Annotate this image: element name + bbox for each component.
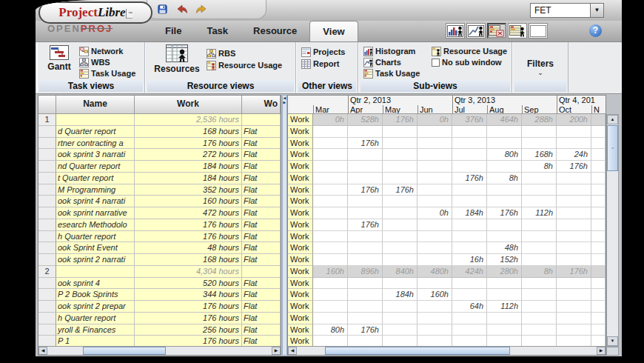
work-value-cell[interactable] — [591, 184, 606, 196]
work-value-cell[interactable] — [591, 161, 606, 173]
work-value-cell[interactable] — [348, 231, 383, 243]
work-value-cell[interactable] — [522, 254, 557, 266]
usage-row[interactable]: Work — [288, 278, 606, 290]
work-value-cell[interactable]: 176h — [557, 161, 591, 173]
work-value-cell[interactable] — [557, 301, 591, 313]
work-value-cell[interactable]: 8h — [487, 173, 522, 184]
task-work-cell[interactable]: 256 hours — [135, 324, 242, 336]
work-value-cell[interactable] — [452, 313, 487, 324]
work-value-cell[interactable] — [452, 242, 487, 254]
work-value-cell[interactable] — [522, 242, 557, 254]
work-value-cell[interactable]: 176h — [348, 219, 383, 231]
scroll-up-icon[interactable]: ▲ — [607, 115, 618, 124]
usage-row[interactable]: Work — [288, 196, 606, 207]
task-row[interactable]: yroll & Finances256 hoursFlat — [38, 324, 281, 336]
task-cont-cell[interactable]: Flat — [242, 289, 281, 301]
work-value-cell[interactable]: 64h — [452, 301, 487, 313]
work-value-cell[interactable] — [557, 138, 591, 150]
task-work-cell[interactable]: 4,304 hours — [135, 266, 242, 278]
work-value-cell[interactable] — [487, 313, 522, 324]
task-row[interactable]: nd Quarter report184 hoursFlat — [38, 161, 281, 173]
task-name-cell[interactable]: t Quarter report — [56, 173, 135, 184]
work-value-cell[interactable]: 464h — [487, 114, 522, 126]
gantt-button[interactable]: Gantt — [42, 45, 76, 72]
work-value-cell[interactable]: 184h — [383, 289, 417, 301]
work-value-cell[interactable] — [591, 289, 606, 301]
work-value-cell[interactable]: 0h — [313, 114, 348, 126]
work-value-cell[interactable] — [557, 278, 591, 290]
work-value-cell[interactable] — [383, 254, 417, 266]
task-name-cell[interactable]: d Quarter report — [56, 126, 135, 138]
work-value-cell[interactable] — [522, 196, 557, 207]
work-value-cell[interactable] — [557, 207, 591, 219]
undo-button[interactable] — [175, 3, 188, 16]
task-row[interactable]: t Quarter report184 hoursFlat — [38, 173, 281, 184]
work-value-cell[interactable] — [313, 184, 348, 196]
task-work-cell[interactable]: 520 hours — [135, 278, 242, 290]
scroll-thumb[interactable] — [83, 347, 166, 355]
work-value-cell[interactable] — [522, 289, 557, 301]
work-value-cell[interactable] — [348, 126, 383, 138]
task-row[interactable]: esearch Methodolo176 hoursFlat — [38, 219, 281, 231]
work-value-cell[interactable] — [487, 278, 522, 290]
tab-view[interactable]: View — [309, 21, 358, 41]
work-value-cell[interactable] — [557, 184, 591, 196]
pane-splitter[interactable]: ◀ ▶ — [282, 95, 287, 356]
task-cont-cell[interactable]: Flat — [242, 254, 281, 266]
usage-row[interactable]: Work0h528h176h0h376h464h288h200h — [288, 114, 606, 126]
work-value-cell[interactable]: 168h — [522, 149, 557, 161]
work-value-cell[interactable] — [383, 196, 417, 207]
no-sub-window-checkbox[interactable]: No sub window — [432, 57, 502, 67]
task-name-cell[interactable]: yroll & Finances — [56, 324, 135, 336]
report-button[interactable]: Report — [301, 59, 339, 69]
task-name-cell[interactable]: ook sprint 3 narrati — [56, 149, 135, 161]
histogram-sub-button[interactable]: Histogram — [363, 46, 415, 56]
usage-grid-vscrollbar[interactable]: ▲ = ▼ — [606, 114, 619, 347]
task-usage-button[interactable]: Task Usage — [79, 68, 135, 79]
task-work-cell[interactable]: 344 hours — [135, 289, 242, 301]
work-value-cell[interactable]: 8h — [522, 161, 557, 173]
work-value-cell[interactable] — [452, 278, 487, 290]
task-name-cell[interactable]: nd Quarter report — [56, 161, 135, 173]
usage-row[interactable]: Work176h — [288, 138, 606, 150]
task-work-cell[interactable]: 184 hours — [135, 161, 242, 173]
checkbox-icon[interactable] — [432, 59, 440, 67]
work-value-cell[interactable]: 480h — [417, 266, 452, 278]
work-value-cell[interactable] — [591, 313, 606, 324]
usage-row[interactable]: Work176h8h — [288, 173, 606, 184]
task-work-cell[interactable]: 176 hours — [135, 301, 242, 313]
task-cont-cell[interactable]: Flat — [242, 184, 281, 196]
work-value-cell[interactable] — [313, 219, 348, 231]
work-value-cell[interactable] — [417, 184, 452, 196]
work-value-cell[interactable]: 160h — [313, 266, 348, 278]
work-value-cell[interactable] — [557, 242, 591, 254]
work-value-cell[interactable] — [313, 254, 348, 266]
chevron-down-icon[interactable]: ▼ — [590, 4, 603, 17]
work-value-cell[interactable] — [383, 313, 417, 324]
task-cont-cell[interactable]: Flat — [242, 231, 281, 243]
work-value-cell[interactable] — [417, 313, 452, 324]
work-value-cell[interactable] — [452, 138, 487, 150]
work-value-cell[interactable] — [313, 149, 348, 161]
wbs-button[interactable]: WBS — [79, 57, 110, 67]
histogram-subwindow-button[interactable] — [446, 23, 465, 39]
task-cont-cell[interactable]: Flat — [242, 219, 281, 231]
work-value-cell[interactable] — [452, 196, 487, 207]
work-value-cell[interactable] — [313, 313, 348, 324]
work-value-cell[interactable] — [487, 231, 522, 243]
work-value-cell[interactable]: 200h — [557, 114, 591, 126]
task-cont-cell[interactable]: Flat — [242, 173, 281, 184]
work-value-cell[interactable]: 176h — [348, 184, 383, 196]
work-value-cell[interactable] — [557, 196, 591, 207]
work-value-cell[interactable] — [591, 242, 606, 254]
work-value-cell[interactable] — [348, 161, 383, 173]
work-value-cell[interactable] — [417, 126, 452, 138]
work-value-cell[interactable] — [417, 196, 452, 207]
task-row[interactable]: ook sprint 3 narrati272 hoursFlat — [38, 149, 281, 161]
task-cont-cell[interactable]: Flat — [242, 301, 281, 313]
resource-usage-subwindow-button[interactable] — [508, 23, 527, 39]
work-value-cell[interactable] — [348, 207, 383, 219]
work-value-cell[interactable] — [487, 126, 522, 138]
scroll-thumb[interactable] — [325, 347, 510, 355]
work-value-cell[interactable] — [348, 196, 383, 207]
